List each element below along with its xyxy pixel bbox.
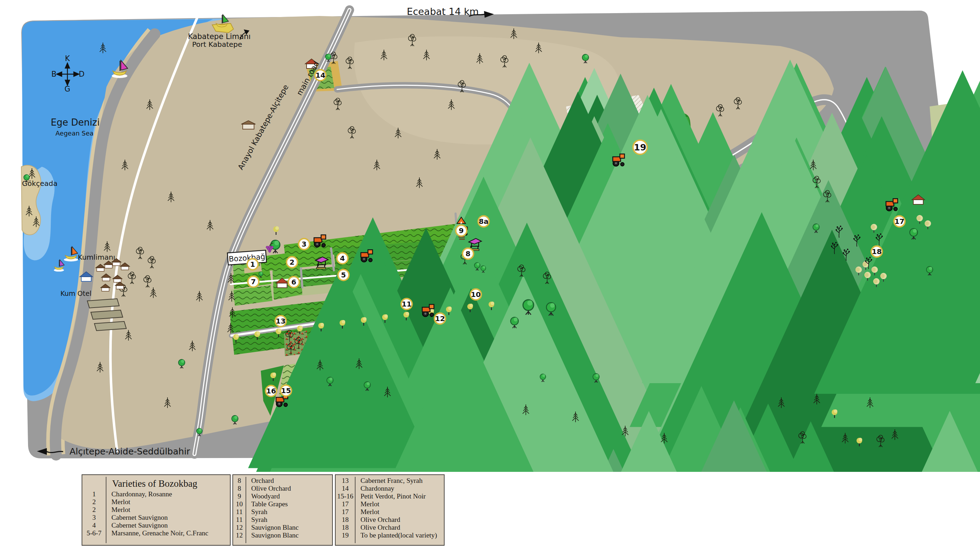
- legend-row-variety: Olive Orchard: [355, 524, 400, 532]
- svg-text:10: 10: [471, 290, 481, 299]
- svg-text:1: 1: [250, 260, 255, 269]
- legend-row-variety: Olive Orchard: [355, 516, 400, 524]
- field-marker-8: 8: [463, 248, 474, 259]
- legend-row-number: 18: [336, 524, 355, 532]
- legend-row-number: 4: [82, 522, 106, 529]
- field-marker-10: 10: [471, 289, 482, 300]
- legend-row-number: 11: [233, 508, 245, 516]
- legend-row-number: 10: [233, 500, 245, 508]
- port-label-en: Port Kabatepe: [192, 40, 242, 49]
- legend-row-variety: Syrah: [245, 516, 267, 524]
- field-marker-4: 4: [337, 253, 348, 264]
- legend-row: 5-6-7 Marsanne, Grenache Noir, C.Franc: [82, 529, 230, 537]
- legend-row-variety: Table Grapes: [245, 500, 288, 508]
- field-marker-9: 9: [456, 225, 467, 236]
- legend-row-number: 2: [82, 506, 106, 514]
- svg-text:14: 14: [315, 71, 325, 80]
- hotel-label: Kum Otel: [60, 290, 91, 297]
- sea-label-tr: Ege Denizi: [51, 117, 100, 128]
- legend-row-number: 8: [233, 485, 245, 492]
- field-marker-19: 19: [633, 140, 647, 154]
- svg-text:13: 13: [276, 317, 286, 325]
- legend-row: 13 Cabernet Franc, Syrah: [336, 477, 444, 485]
- compass-east: D: [79, 70, 84, 78]
- svg-text:8a: 8a: [479, 217, 488, 226]
- legend-row: 2 Merlot: [82, 498, 230, 506]
- legend-row-number: 19: [336, 532, 355, 539]
- legend-row: 12 Sauvignon Blanc: [233, 524, 332, 532]
- legend-row: 3 Cabernet Sauvignon: [82, 514, 230, 522]
- svg-text:12: 12: [435, 314, 445, 323]
- legend-row-number: 9: [233, 492, 245, 500]
- map-illustration: K B D G Eceabat 14 km Alçıtepe-Abide-Sed…: [0, 0, 980, 472]
- field-marker-2: 2: [287, 257, 298, 268]
- legend-row-number: 17: [336, 508, 355, 516]
- compass-north: K: [65, 54, 70, 63]
- svg-text:6: 6: [291, 278, 296, 286]
- legend-row-number: 15-16: [336, 492, 355, 500]
- field-marker-8a: 8a: [478, 216, 489, 227]
- direction-label-eceabat: Eceabat 14 km: [407, 6, 479, 17]
- legend-row: 19 To be planted(local variety): [336, 532, 444, 539]
- legend-row-variety: Merlot: [355, 500, 379, 508]
- legend-row-variety: Olive Orchard: [245, 485, 291, 492]
- legend-row: 18 Olive Orchard: [336, 516, 444, 524]
- legend-row-variety: Merlot: [355, 508, 379, 516]
- legend-divider: [245, 477, 246, 543]
- legend-row-variety: Merlot: [106, 498, 130, 506]
- legend-row-variety: Chardonnay: [355, 485, 394, 492]
- direction-label-alcitepe: Alçıtepe-Abide-Seddülbahir: [70, 446, 191, 457]
- svg-text:16: 16: [266, 387, 276, 395]
- legend-row: 11 Syrah: [233, 508, 332, 516]
- field-marker-5: 5: [338, 270, 349, 281]
- legend-row: 18 Olive Orchard: [336, 524, 444, 532]
- svg-text:4: 4: [340, 254, 345, 263]
- legend-row-variety: To be planted(local variety): [355, 532, 437, 539]
- legend-row-number: 5-6-7: [82, 529, 106, 537]
- legend-row: 8 Orchard: [233, 477, 332, 485]
- compass-south: G: [65, 85, 70, 93]
- legend-row-variety: Chardonnay, Rosanne: [106, 490, 172, 498]
- legend-row: 17 Merlot: [336, 500, 444, 508]
- field-marker-13: 13: [275, 316, 286, 327]
- field-marker-3: 3: [299, 239, 310, 250]
- legend-box-varieties: Varieties of Bozokbag 1 Chardonnay, Rosa…: [82, 474, 231, 546]
- legend-row: 10 Table Grapes: [233, 500, 332, 508]
- legend-row-number: 12: [233, 524, 245, 532]
- svg-text:9: 9: [459, 226, 464, 235]
- sea-label-en: Aegean Sea: [55, 129, 93, 137]
- legend-row: 14 Chardonnay: [336, 485, 444, 492]
- legend-row: 8 Olive Orchard: [233, 485, 332, 492]
- svg-text:5: 5: [341, 271, 346, 279]
- field-marker-11: 11: [401, 299, 412, 310]
- legend-row: 9 Woodyard: [233, 492, 332, 500]
- legend-divider: [106, 477, 107, 543]
- vineyard-map-page: K B D G Eceabat 14 km Alçıtepe-Abide-Sed…: [0, 0, 980, 546]
- cove-label: Kumlimanı: [78, 253, 115, 261]
- field-marker-7: 7: [248, 276, 259, 287]
- legend-divider: [355, 477, 356, 543]
- svg-text:11: 11: [402, 300, 412, 308]
- legend-row-variety: Marsanne, Grenache Noir, C.Franc: [106, 529, 208, 537]
- svg-text:17: 17: [894, 217, 904, 226]
- legend-row: 2 Merlot: [82, 506, 230, 514]
- island-label: Gökçeada: [22, 179, 57, 188]
- svg-text:2: 2: [290, 258, 294, 266]
- legend-row-variety: Cabernet Franc, Syrah: [355, 477, 423, 485]
- field-marker-6: 6: [288, 277, 299, 288]
- svg-text:8: 8: [466, 249, 471, 258]
- legend-row: 17 Merlot: [336, 508, 444, 516]
- legend-row-number: 13: [336, 477, 355, 485]
- field-marker-12: 12: [435, 313, 445, 324]
- field-marker-15: 15: [281, 385, 292, 396]
- legend-row-variety: Woodyard: [245, 492, 280, 500]
- svg-text:18: 18: [872, 247, 882, 256]
- svg-text:3: 3: [302, 240, 307, 248]
- legend-row-number: 14: [336, 485, 355, 492]
- legend-row-number: 8: [233, 477, 245, 485]
- legend-row: 4 Cabernet Sauvignon: [82, 522, 230, 529]
- field-marker-17: 17: [894, 216, 905, 227]
- legend-row-variety: Petit Verdot, Pinot Noir: [355, 492, 426, 500]
- svg-text:19: 19: [634, 142, 646, 153]
- legend-title: Varieties of Bozokbag: [112, 478, 230, 489]
